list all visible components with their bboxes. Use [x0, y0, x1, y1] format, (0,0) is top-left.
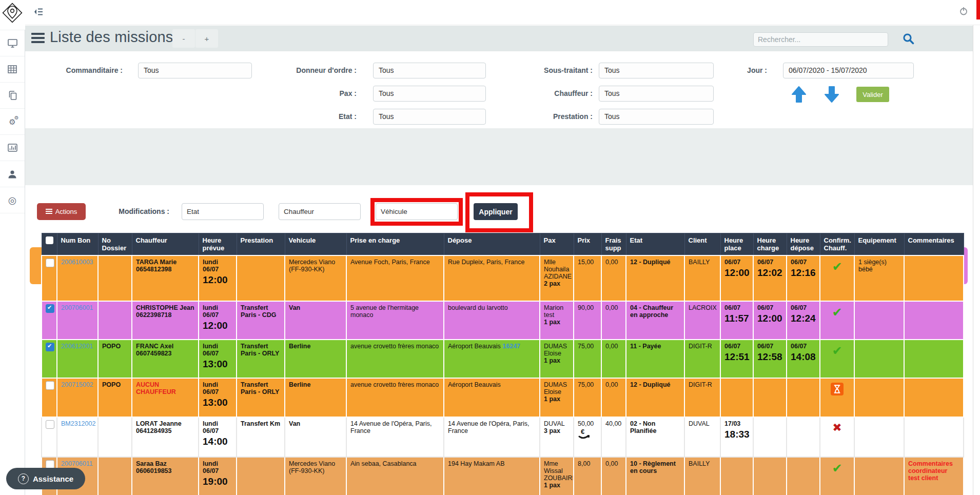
donneur-select[interactable]: Tous — [373, 63, 486, 78]
column-header-select — [42, 233, 57, 256]
cell-etat: 02 - Non Planifiée — [626, 417, 684, 457]
cell-heure-prevue: lundi06/0712:00 — [199, 255, 237, 301]
assistance-button[interactable]: ? Assistance — [6, 468, 85, 489]
cell-heure-prevue: lundi06/0713:00 — [199, 378, 237, 417]
filter-label-pax: Pax : — [280, 86, 357, 102]
commanditaire-select[interactable]: Tous — [138, 63, 252, 78]
decrease-button[interactable]: - — [172, 29, 195, 48]
prestation-select[interactable]: Tous — [599, 109, 714, 125]
cell-prise-en-charge: 5 avenue de l'hermitage monaco — [346, 301, 444, 340]
cell-etat: 11 - Payée — [626, 340, 684, 378]
cell-prix: 90,00 — [574, 301, 601, 340]
sidebar-item-settings[interactable]: ⚙⚙ — [0, 109, 25, 135]
previous-day-arrow-icon[interactable] — [791, 86, 807, 103]
cell-select — [42, 301, 57, 340]
cell-chauffeur: FRANC Axel0607459823 — [132, 340, 199, 378]
main-content: Liste des missions - + Commanditaire : T… — [25, 25, 980, 495]
row-checkbox[interactable] — [46, 420, 54, 429]
num-bon-link[interactable]: 200706001 — [61, 304, 93, 311]
row-checkbox[interactable] — [46, 259, 54, 267]
cell-heure-charge — [753, 457, 787, 495]
jour-date-range[interactable]: 06/07/2020 - 15/07/2020 — [783, 63, 914, 78]
next-day-arrow-icon[interactable] — [824, 86, 840, 103]
cell-heure-place: 06/0712:00 — [720, 255, 753, 301]
sidebar-item-documents[interactable] — [0, 83, 25, 109]
power-icon[interactable] — [959, 7, 968, 15]
hourglass-icon — [831, 383, 844, 395]
pax-select[interactable]: Tous — [373, 86, 486, 102]
cell-prix: 50,00€ — [574, 417, 601, 457]
app-logo[interactable] — [0, 0, 25, 30]
search-icon[interactable] — [903, 33, 914, 45]
cell-heure-prevue: lundi06/0713:00 — [199, 340, 237, 378]
sidebar-item-dashboard[interactable] — [0, 30, 25, 56]
chauffeur-name: LORAT Jeanne — [136, 420, 194, 427]
row-checkbox[interactable] — [46, 343, 54, 351]
cell-prise-en-charge: Ain sebaa, Casablanca — [346, 457, 444, 495]
modification-vehicule-select[interactable]: Véhicule — [376, 203, 458, 220]
cell-client: DIGIT-R — [684, 378, 720, 417]
menu-icon[interactable] — [31, 33, 45, 45]
valider-button[interactable]: Valider — [856, 87, 889, 102]
pax-count: 1 pax — [544, 357, 570, 364]
cell-prestation: Transfert Paris - CDG — [237, 301, 285, 340]
cell-prix: 15,00 — [574, 255, 601, 301]
cell-select — [42, 417, 57, 457]
row-checkbox[interactable] — [46, 381, 54, 390]
cell-frais-supp: 0,00 — [601, 255, 626, 301]
sidebar-item-stats[interactable] — [0, 135, 25, 161]
appliquer-button[interactable]: Appliquer — [474, 203, 518, 220]
sidebar-item-missions[interactable] — [0, 56, 25, 83]
num-bon-link[interactable]: 200612001 — [61, 343, 93, 350]
actions-button[interactable]: Actions — [37, 203, 86, 220]
row-checkbox[interactable] — [46, 304, 54, 313]
column-header: Prix — [574, 233, 601, 256]
sidebar-item-users[interactable] — [0, 161, 25, 187]
modifications-label: Modifications : — [113, 203, 169, 220]
cell-client: BAILLY — [684, 457, 720, 495]
chauffeur-phone: 0654812398 — [136, 266, 194, 273]
user-icon — [8, 170, 17, 179]
table-row: 200706001CHRISTOPHE Jean0622398718lundi0… — [42, 301, 964, 340]
cell-heure-charge: 06/0712:02 — [753, 255, 787, 301]
select-all-checkbox[interactable] — [46, 236, 53, 244]
heure-prevue-time: 13:00 — [203, 359, 232, 370]
cell-heure-charge — [753, 378, 787, 417]
increase-button[interactable]: + — [195, 29, 218, 48]
assistance-label: Assistance — [33, 474, 73, 483]
num-bon-link[interactable]: BM2312002 — [61, 420, 95, 427]
modification-chauffeur-select[interactable]: Chauffeur — [279, 203, 361, 220]
sidebar-toggle-icon[interactable] — [34, 8, 43, 16]
cell-select — [42, 378, 57, 417]
etat-select[interactable]: Tous — [373, 109, 486, 125]
depose-link[interactable]: 16247 — [502, 343, 520, 350]
cell-heure-place: 06/0711:57 — [720, 301, 753, 340]
filter-label-sous-traitant: Sous-traitant : — [516, 63, 593, 78]
cell-heure-place — [720, 378, 753, 417]
cell-depose: Aéroport Beauvais 16247 — [444, 340, 540, 378]
pax-count: 1 pax — [544, 395, 570, 403]
modification-etat-select[interactable]: Etat — [182, 203, 264, 220]
chauffeur-select[interactable]: Tous — [599, 86, 714, 102]
cell-pax: Mlle Nouhaila AZIDANE2 pax — [540, 255, 574, 301]
sidebar-item-tracking[interactable]: ◎ — [0, 187, 25, 213]
prix-value: 75,00 — [578, 343, 597, 350]
num-bon-link[interactable]: 200610003 — [61, 259, 93, 266]
num-bon-link[interactable]: 200706011 — [61, 460, 93, 467]
column-header: Heure prévue — [199, 233, 237, 256]
cell-num-bon: BM2312002 — [57, 417, 98, 457]
cell-chauffeur: TARGA Marie0654812398 — [132, 255, 199, 301]
pax-name: DUVAL — [544, 420, 570, 427]
search-input[interactable] — [753, 32, 888, 47]
red-annotation-strip — [976, 0, 980, 19]
cell-heure-depose — [787, 457, 820, 495]
prix-value: 15,00 — [578, 259, 597, 266]
cell-confirm-chauffeur: ✔ — [820, 457, 854, 495]
prix-value: 75,00 — [578, 381, 597, 388]
num-bon-link[interactable]: 200715002 — [61, 381, 93, 388]
page-header: Liste des missions - + — [25, 26, 973, 51]
missions-table: Num BonNo DossierChauffeurHeure prévuePr… — [41, 233, 964, 495]
cell-prise-en-charge: avenue crovetto frères monaco — [346, 378, 444, 417]
prix-value: 8,00 — [578, 460, 597, 467]
gears-icon: ⚙⚙ — [9, 118, 15, 126]
